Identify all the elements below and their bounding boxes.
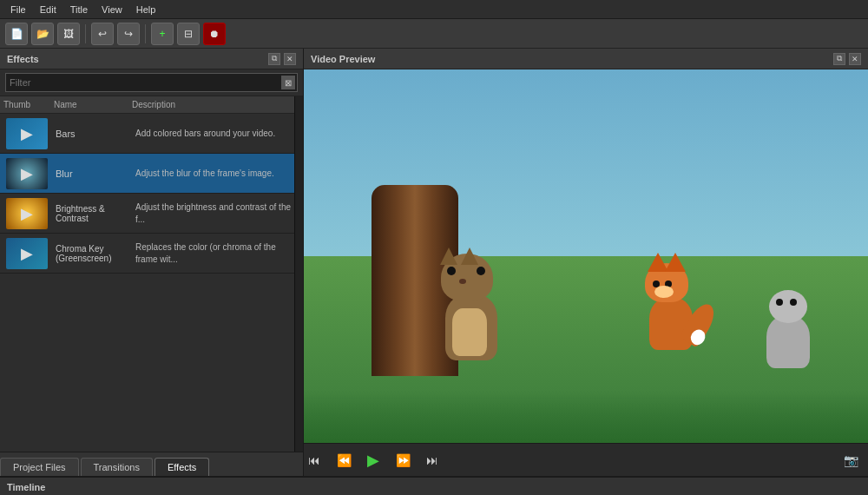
effect-desc-brightness: Adjust the brightness and contrast of th… xyxy=(132,194,294,233)
effect-name-bars: Bars xyxy=(54,114,132,153)
effects-panel-header: Effects ⧉ ✕ xyxy=(0,49,303,69)
preview-title: Video Preview xyxy=(311,54,375,64)
menu-view[interactable]: View xyxy=(95,3,129,16)
effect-desc-blur: Adjust the blur of the frame's image. xyxy=(132,154,294,193)
bottom-tabs: Project Files Transitions Effects xyxy=(0,452,303,476)
effect-row-bars[interactable]: ▶ Bars Add colored bars around your vide… xyxy=(0,114,294,154)
go-to-end-button[interactable]: ⏭ xyxy=(422,450,443,471)
effects-col-header: Thumb Name Description xyxy=(0,96,294,114)
tab-effects[interactable]: Effects xyxy=(155,458,209,476)
tab-project-files[interactable]: Project Files xyxy=(0,458,79,476)
panel-close-button[interactable]: ✕ xyxy=(284,53,296,65)
play-button[interactable]: ▶ xyxy=(363,450,384,471)
bars-thumbnail: ▶ xyxy=(6,118,48,149)
effects-panel-title: Effects xyxy=(7,54,39,64)
col-name-header: Name xyxy=(54,100,132,109)
timeline-title: Timeline xyxy=(7,482,45,492)
col-desc-header: Description xyxy=(132,100,294,109)
cr-body xyxy=(766,316,810,368)
open-button[interactable]: 📂 xyxy=(31,23,54,45)
redo-button[interactable]: ↪ xyxy=(117,23,140,45)
effect-row-blur[interactable]: ▶ Blur Adjust the blur of the frame's im… xyxy=(0,154,294,194)
menu-edit[interactable]: Edit xyxy=(33,3,63,16)
effects-scrollbar[interactable] xyxy=(294,96,303,452)
grass-overlay xyxy=(304,391,868,443)
video-preview xyxy=(304,69,868,443)
effect-name-brightness: Brightness & Contrast xyxy=(54,194,132,233)
snapshot-button[interactable]: 📷 xyxy=(840,450,861,471)
preview-canvas xyxy=(304,69,868,443)
timeline-area: Timeline + ▽ ⟵ ⟶ ⊡ ⧖ 75 seconds 00:01:46… xyxy=(0,476,868,495)
menu-title[interactable]: Title xyxy=(63,3,95,16)
sq-belly xyxy=(452,308,487,356)
brightness-thumbnail: ▶ xyxy=(6,198,48,229)
menubar: File Edit Title View Help xyxy=(0,0,868,19)
new-button[interactable]: 📄 xyxy=(5,23,28,45)
col-thumb-header: Thumb xyxy=(0,100,54,109)
effect-thumb-brightness: ▶ xyxy=(0,194,54,233)
scene xyxy=(304,69,868,443)
fox-snout xyxy=(654,286,674,298)
effect-name-blur: Blur xyxy=(54,154,132,193)
filter-clear-button[interactable]: ⊠ xyxy=(281,76,295,89)
fox-tail-tip xyxy=(688,327,708,347)
export-button[interactable]: ⊟ xyxy=(177,23,200,45)
creature-right xyxy=(762,299,823,368)
cr-eye-left xyxy=(776,299,783,306)
tab-transitions[interactable]: Transitions xyxy=(81,458,153,476)
panel-controls: ⧉ ✕ xyxy=(268,53,296,65)
effect-row-brightness[interactable]: ▶ Brightness & Contrast Adjust the brigh… xyxy=(0,194,294,234)
blur-thumbnail: ▶ xyxy=(6,158,48,189)
sq-ear-right xyxy=(461,248,478,265)
right-panel: Video Preview ⧉ ✕ xyxy=(304,49,868,476)
effects-table: Thumb Name Description ▶ Bars Add colore… xyxy=(0,96,294,452)
effect-thumb-chroma: ▶ xyxy=(0,234,54,273)
effect-row-chroma[interactable]: ▶ Chroma Key (Greenscreen) Replaces the … xyxy=(0,234,294,274)
rewind-button[interactable]: ⏪ xyxy=(333,450,354,471)
timeline-header: Timeline xyxy=(0,478,868,495)
effects-panel: Effects ⧉ ✕ ⊠ Thumb Name Description xyxy=(0,49,304,476)
effects-list-container: Thumb Name Description ▶ Bars Add colore… xyxy=(0,96,303,452)
toolbar: 📄 📂 🖼 ↩ ↪ + ⊟ ⏺ xyxy=(0,19,868,49)
go-to-start-button[interactable]: ⏮ xyxy=(304,450,325,471)
fast-forward-button[interactable]: ⏩ xyxy=(392,450,413,471)
undo-button[interactable]: ↩ xyxy=(91,23,114,45)
menu-help[interactable]: Help xyxy=(129,3,163,16)
toolbar-separator-2 xyxy=(145,24,146,43)
fox-character xyxy=(641,263,710,350)
record-button[interactable]: ⏺ xyxy=(203,23,226,45)
chroma-thumbnail: ▶ xyxy=(6,238,48,269)
effect-thumb-blur: ▶ xyxy=(0,154,54,193)
panel-undock-button[interactable]: ⧉ xyxy=(268,53,280,65)
effect-thumb-bars: ▶ xyxy=(0,114,54,153)
menu-file[interactable]: File xyxy=(3,3,33,16)
preview-controls: ⏮ ⏪ ▶ ⏩ ⏭ 📷 xyxy=(304,443,868,476)
toolbar-separator xyxy=(85,24,86,43)
save-button[interactable]: 🖼 xyxy=(57,23,80,45)
fox-ear-right xyxy=(665,253,686,272)
preview-undock-button[interactable]: ⧉ xyxy=(833,53,845,65)
main-content: Effects ⧉ ✕ ⊠ Thumb Name Description xyxy=(0,49,868,476)
preview-header: Video Preview ⧉ ✕ xyxy=(304,49,868,69)
preview-panel-controls: ⧉ ✕ xyxy=(833,53,861,65)
squirrel-character xyxy=(428,256,515,360)
add-clip-button[interactable]: + xyxy=(151,23,174,45)
filter-bar: ⊠ xyxy=(0,69,303,96)
filter-wrapper: ⊠ xyxy=(5,73,298,92)
effect-desc-chroma: Replaces the color (or chroma of the fra… xyxy=(132,234,294,273)
cr-head xyxy=(769,290,807,323)
sq-ear-left xyxy=(440,248,457,265)
cr-eye-right xyxy=(790,299,797,306)
filter-input[interactable] xyxy=(5,73,298,92)
preview-close-button[interactable]: ✕ xyxy=(849,53,861,65)
effect-name-chroma: Chroma Key (Greenscreen) xyxy=(54,234,132,273)
effect-desc-bars: Add colored bars around your video. xyxy=(132,114,294,153)
